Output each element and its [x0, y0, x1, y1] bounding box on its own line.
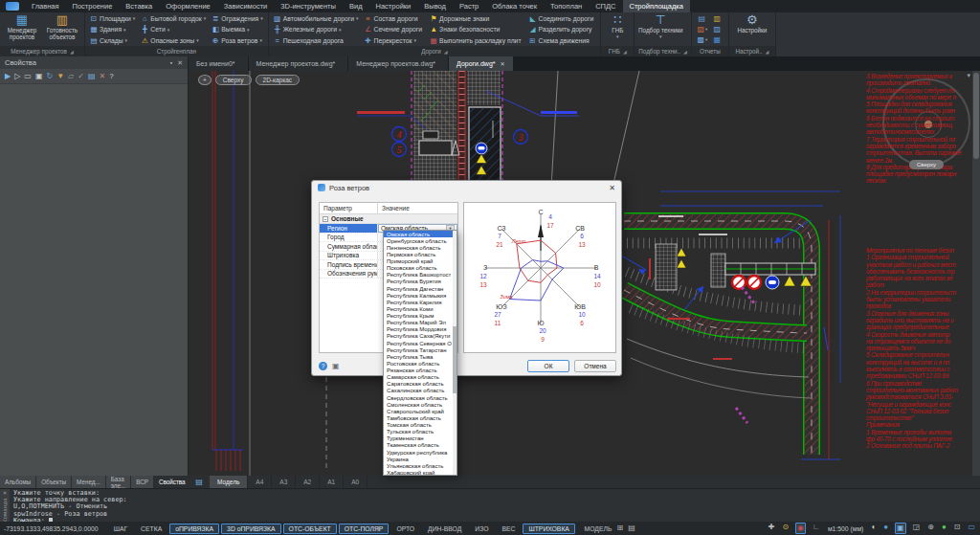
- ribbon-button[interactable]: ≡Состав дороги: [363, 13, 427, 23]
- panel-toolbar-icon[interactable]: ▤: [88, 72, 96, 80]
- panel-tab[interactable]: База эле...: [106, 476, 132, 488]
- layout-tab[interactable]: A4: [248, 476, 272, 488]
- close-icon[interactable]: ✕: [501, 60, 505, 67]
- ribbon-tab[interactable]: Вывод: [417, 0, 453, 12]
- dropdown-item[interactable]: Томская область: [384, 422, 455, 429]
- dropdown-item[interactable]: Саратовская область: [384, 381, 455, 388]
- dialog-launcher-icon[interactable]: ◢: [623, 49, 627, 55]
- dropdown-item[interactable]: Пензенская область: [384, 244, 455, 251]
- report-button[interactable]: ▧▾: [695, 24, 710, 34]
- status-icon[interactable]: ⊕: [926, 523, 935, 534]
- view-direction-button[interactable]: Сверху: [215, 75, 252, 85]
- status-icon[interactable]: ●: [941, 523, 947, 534]
- dropdown-item[interactable]: Рязанская область: [384, 368, 455, 374]
- ribbon-button[interactable]: ╫Железные дороги▾: [272, 25, 361, 34]
- document-tab[interactable]: Дороги.dwg* ✕: [449, 56, 514, 71]
- ribbon-button[interactable]: ✚Перекресток▾: [363, 35, 427, 45]
- report-button[interactable]: ▦: [710, 34, 725, 45]
- report-button[interactable]: ▨: [710, 24, 725, 34]
- dropdown-item[interactable]: Пермская область: [384, 251, 455, 257]
- ribbon-tab[interactable]: Зависимости: [217, 0, 275, 12]
- panel-toolbar-icon[interactable]: ?: [109, 72, 113, 80]
- ribbon-button[interactable]: ▦Здания▾: [88, 25, 137, 34]
- dropdown-item[interactable]: Украина: [384, 456, 455, 462]
- document-tab[interactable]: Менеджер проектов.dwg*: [348, 56, 449, 71]
- settings-button[interactable]: ⚙ Настройки: [732, 13, 772, 45]
- dropdown-item[interactable]: Сахалинская область: [384, 388, 455, 394]
- dropdown-item[interactable]: Ростовская область: [384, 360, 455, 367]
- dropdown-item[interactable]: Республика Татарстан: [384, 346, 455, 353]
- report-button[interactable]: ▩▾: [695, 34, 710, 45]
- help-icon[interactable]: ?: [319, 362, 327, 370]
- command-panel-strip[interactable]: ✕ Команда: [0, 489, 10, 522]
- gnb-button[interactable]: ∷ ГНБ ▾: [604, 13, 631, 45]
- ribbon-big-button[interactable]: ▦ Менеджер проектов: [3, 13, 41, 45]
- dropdown-item[interactable]: Республика Дагестан: [384, 285, 455, 292]
- status-icon[interactable]: ⊙: [781, 523, 790, 534]
- model-icon[interactable]: ⊞: [615, 524, 624, 533]
- viewport-corner-menu-icon[interactable]: ▾: [967, 72, 970, 79]
- ribbon-button[interactable]: ⊡Площадки▾: [88, 13, 137, 23]
- dropdown-item[interactable]: Тамбовская область: [384, 414, 455, 421]
- ribbon-button[interactable]: ◢Разделить дорогу: [527, 25, 598, 34]
- dropdown-item[interactable]: Республика Коми: [384, 305, 455, 312]
- status-toggle[interactable]: ОТС-ПОЛЯР: [339, 524, 390, 534]
- status-toggle[interactable]: ШАГ: [108, 524, 133, 534]
- report-button[interactable]: ▤: [695, 13, 710, 24]
- ok-button[interactable]: ОК: [527, 360, 569, 372]
- vertical-scrollbar[interactable]: [972, 71, 980, 476]
- ribbon-button[interactable]: ⌂Бытовой городок▾: [139, 13, 208, 23]
- ribbon-tab[interactable]: Главная: [25, 0, 66, 12]
- dropdown-item[interactable]: Тюменская область: [384, 442, 455, 449]
- panel-toolbar-icon[interactable]: ▷: [14, 72, 20, 80]
- dropdown-item[interactable]: Смоленская область: [384, 401, 455, 408]
- panel-tab[interactable]: Альбомы: [0, 476, 36, 488]
- panel-toolbar-icon[interactable]: ✓: [78, 72, 84, 80]
- ribbon-big-button[interactable]: ▥ Готовность объектов: [43, 13, 81, 45]
- panel-tab[interactable]: Менед...: [72, 476, 106, 488]
- ribbon-button[interactable]: ◣Соединить дороги: [527, 13, 598, 23]
- dropdown-item[interactable]: Приморский край: [384, 258, 455, 265]
- ribbon-tab[interactable]: Растр: [453, 0, 485, 12]
- command-history[interactable]: Укажите точку вставки:Укажите направлени…: [10, 489, 980, 522]
- panel-toolbar-icon[interactable]: ▭: [24, 72, 32, 80]
- ribbon-tab[interactable]: Стройплощадка: [623, 0, 690, 12]
- layout-tab[interactable]: A2: [296, 476, 320, 488]
- ribbon-button[interactable]: ╋Сети▾: [139, 25, 208, 34]
- ribbon-tab[interactable]: Облака точек: [485, 0, 544, 12]
- close-icon[interactable]: ✕: [3, 490, 8, 496]
- dropdown-item[interactable]: Республика Бурятия: [384, 279, 455, 285]
- status-toggle[interactable]: СЕТКА: [135, 524, 167, 534]
- ribbon-button[interactable]: ⊞Схема движения: [527, 35, 598, 45]
- tech-select-button[interactable]: ⊤ Подбор техники ▾: [637, 13, 683, 45]
- dropdown-item[interactable]: Республика Мордовия: [384, 326, 455, 333]
- status-toggle[interactable]: оПРИВЯЗКА: [169, 524, 219, 534]
- ribbon-tab[interactable]: СПДС: [589, 0, 622, 12]
- dialog-title-bar[interactable]: Роза ветров ✕: [312, 181, 621, 194]
- dropdown-item[interactable]: Удмурская республика: [384, 449, 455, 456]
- ribbon-tab[interactable]: 3D-инструменты: [274, 0, 343, 12]
- dropdown-item[interactable]: Республика Калмыкия: [384, 292, 455, 299]
- dropdown-item[interactable]: Оренбургская область: [384, 237, 455, 244]
- ribbon-button[interactable]: ≈Пешеходная дорога: [272, 35, 361, 45]
- ribbon-button[interactable]: ▦Выполнить раскладку плит: [428, 35, 524, 45]
- dropdown-item[interactable]: Омская область: [384, 231, 455, 237]
- panel-toolbar-icon[interactable]: ✕: [99, 72, 105, 80]
- status-icon[interactable]: ✚: [768, 523, 776, 534]
- ribbon-tab[interactable]: Вставка: [119, 0, 159, 12]
- dropdown-item[interactable]: Свердловская область: [384, 394, 455, 401]
- dropdown-item[interactable]: Республика Саха(Якути: [384, 333, 455, 340]
- ribbon-button[interactable]: ⚠Опасные зоны▾: [139, 35, 208, 45]
- close-icon[interactable]: ✕: [177, 59, 183, 67]
- dropdown-item[interactable]: Псковская область: [384, 265, 455, 272]
- status-icon[interactable]: ◲: [912, 523, 922, 534]
- ribbon-button[interactable]: ▲Знаки безопасности: [428, 25, 524, 34]
- status-icon[interactable]: ⊡: [953, 523, 962, 534]
- status-toggle[interactable]: ОТС-ОБЪЕКТ: [283, 524, 337, 534]
- layout-tab[interactable]: A1: [320, 476, 344, 488]
- status-icon[interactable]: ◉: [795, 523, 806, 534]
- layout-tab[interactable]: A0: [344, 476, 368, 488]
- collapse-icon[interactable]: −: [323, 216, 328, 222]
- panel-toolbar-icon[interactable]: ↻: [46, 72, 53, 80]
- dropdown-scrollbar[interactable]: [453, 231, 457, 476]
